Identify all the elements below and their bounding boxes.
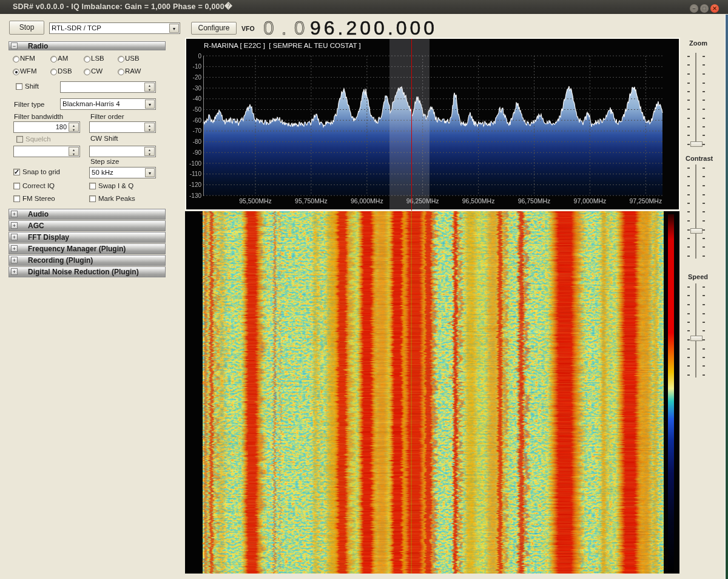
svg-text:-120: -120 [189,181,201,188]
svg-text:-10: -10 [193,63,202,70]
svg-text:-90: -90 [193,149,202,156]
svg-text:-70: -70 [193,127,202,134]
svg-text:0: 0 [198,53,201,59]
svg-text:96,750MHz: 96,750MHz [518,197,551,205]
svg-text:-50: -50 [193,106,202,113]
svg-text:R-MARINA [ E22C ] [ SEMPRE AL: R-MARINA [ E22C ] [ SEMPRE AL TEU COSTAT… [204,42,361,49]
svg-text:-60: -60 [193,117,202,124]
svg-text:-130: -130 [189,192,201,199]
svg-text:-80: -80 [193,138,202,145]
svg-text:96,000MHz: 96,000MHz [351,197,383,205]
svg-text:95,750MHz: 95,750MHz [295,197,328,205]
svg-text:-40: -40 [193,95,202,102]
svg-text:95,500MHz: 95,500MHz [239,197,272,205]
svg-text:-100: -100 [189,160,201,167]
svg-text:96,500MHz: 96,500MHz [462,197,495,205]
svg-text:-110: -110 [190,171,202,177]
svg-text:-20: -20 [193,74,202,81]
svg-text:97,000MHz: 97,000MHz [574,197,607,205]
svg-text:-30: -30 [193,85,202,92]
svg-text:97,250MHz: 97,250MHz [629,197,662,205]
